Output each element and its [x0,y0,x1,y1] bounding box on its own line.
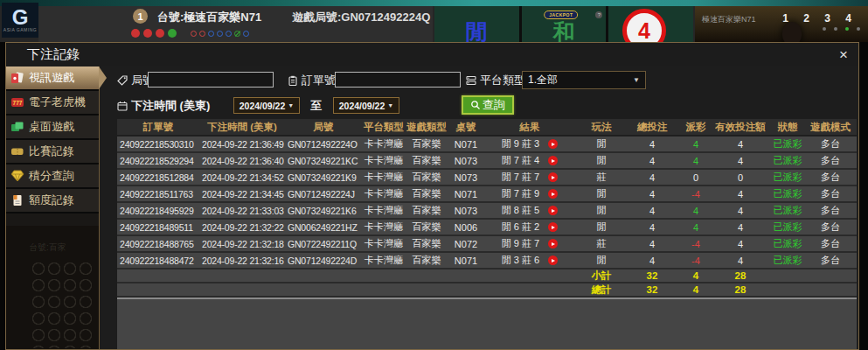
cell-status: 已派彩 [766,154,809,167]
replay-icon[interactable] [548,239,558,248]
sidebar-item-video-games[interactable]: 視訊遊戲 [6,66,99,91]
bead-banker-icon [143,29,152,38]
cell-result: 閒 7 莊 9 [484,187,575,200]
replay-icon[interactable] [548,256,558,265]
table-row: 2409222185292942024-09-22 21:36:40GN0732… [117,153,857,170]
ring-tie-icon [234,31,240,37]
cell-play: 閒 [575,187,628,200]
date-range-to-label: 至 [310,98,322,114]
cell-round: GN0712492224O [285,139,362,150]
platform-selected-value: 1.全部 [528,73,558,88]
sidebar-item-points-query[interactable]: 積分查詢 [6,164,99,189]
replay-icon[interactable] [548,156,558,165]
cell-play: 莊 [575,171,628,184]
replay-icon[interactable] [548,222,558,232]
table-name-label: 台號:極速百家樂N71 [157,10,261,25]
column-header: 結果 [484,121,575,134]
ring-icon [243,31,249,37]
date-to-picker[interactable]: 2024/09/22 ▼ [333,97,399,114]
sidebar-item-quota-records[interactable]: 額度記錄 [6,189,99,214]
roadmap-beads [131,29,177,38]
ticket-icon [10,145,24,158]
subtotal-row-total_bet: 32 [628,270,677,281]
order-filter-label: 訂單號 [288,73,336,88]
platform-type-select[interactable]: 1.全部 ▼ [522,71,646,89]
cell-total_bet: 4 [628,222,677,233]
date-from-value: 2024/09/22 [240,101,286,111]
cell-valid_bet: 4 [715,206,766,216]
cell-game_type: 百家樂 [406,220,448,234]
cell-round: GN0712492224J [285,189,362,200]
logo-subtitle: ASIA GAMING [3,27,37,32]
clipboard-icon [288,75,298,86]
bets-table: 訂單號下注時間 (美東)局號平台類型遊戲類型桌號結果玩法總投注派彩有效投注額狀態… [117,119,857,349]
cell-total_bet: 4 [628,172,677,183]
cell-total_bet: 4 [628,156,677,166]
cell-play: 莊 [575,237,628,250]
cell-result: 閒 3 莊 6 [484,254,575,267]
sidebar-item-table-games[interactable]: 桌面遊戲 [6,116,99,140]
cell-time: 2024-09-22 21:34:52 [199,172,285,183]
date-from-picker[interactable]: 2024/09/22 ▼ [233,97,300,114]
screen: G ASIA GAMING 1 台號:極速百家樂N71 遊戲局號:GN07124… [0,0,868,350]
cell-payout: -4 [677,256,715,266]
cell-table_no: N006 [448,222,484,233]
dealer-video-thumbnail[interactable]: 極速百家樂N71 1 2 3 4 [695,6,868,42]
column-header: 遊戲類型 [406,121,448,134]
chevron-down-icon: ▼ [387,102,393,108]
cell-table_no: N073 [448,156,484,166]
cell-table_no: N071 [448,189,484,200]
table-index-badge: 1 [133,9,148,24]
replay-icon[interactable] [548,189,558,199]
sidebar-item-label: 視訊遊戲 [29,70,74,86]
table-row: 2409222184959292024-09-22 21:33:03GN0732… [117,203,857,220]
sidebar-item-label: 桌面遊戲 [29,119,74,135]
search-button[interactable]: 查詢 [462,95,514,115]
sidebar-item-label: 額度記錄 [29,192,74,208]
records-sidebar: 視訊遊戲 777 電子老虎機 桌面遊戲 [6,66,100,349]
sidebar-item-match-records[interactable]: 比賽記錄 [6,140,99,164]
bet-zone-tie[interactable]: JACKPOT ? 和 [522,6,607,42]
cell-status: 已派彩 [766,204,809,217]
logo-letter: G [12,8,29,27]
cell-total_bet: 4 [628,139,677,150]
sidebar-item-slots[interactable]: 777 電子老虎機 [6,91,99,116]
cell-platform: 卡卡灣廳 [362,154,406,167]
cell-result: 閒 9 莊 7 [484,237,575,250]
order-number-input[interactable] [335,72,461,88]
cell-play: 閒 [575,204,628,217]
cell-order: 240922218530310 [117,139,199,150]
replay-icon[interactable] [548,172,558,182]
cell-result: 閒 7 莊 7 [484,171,575,184]
cell-time: 2024-09-22 21:33:03 [199,206,285,216]
table-row: 2409222184895112024-09-22 21:32:22GN0062… [117,220,857,236]
document-icon [10,194,24,206]
round-number-input[interactable] [148,72,274,88]
cell-order: 240922218495929 [117,206,199,216]
cell-total_bet: 4 [628,189,677,200]
table-row: 2409222184884722024-09-22 21:32:16GN0712… [117,253,857,270]
bet-zone-player[interactable]: 閒 [434,6,519,42]
cell-result: 閒 9 莊 3 [484,137,575,150]
cell-round: GN006249221HZ [285,222,362,233]
grand-total-row-play: 總計 [575,284,628,297]
help-icon[interactable]: ? [595,11,602,18]
replay-icon[interactable] [548,139,558,149]
cell-game_type: 百家樂 [406,237,448,250]
column-header: 有效投注額 [715,121,766,134]
cell-time: 2024-09-22 21:32:16 [199,256,285,266]
cell-order: 240922218489511 [117,222,199,233]
cell-order: 240922218488472 [117,256,199,266]
result-text: 閒 3 莊 6 [502,254,539,267]
sidebar-item-label: 比賽記錄 [29,144,74,159]
cell-order: 240922218529294 [117,156,199,166]
date-to-value: 2024/09/22 [339,101,385,111]
dealer-silhouette [782,22,802,42]
cell-status: 已派彩 [766,254,809,267]
ghost-roadmap [31,261,92,348]
cell-mode: 多台 [809,254,851,267]
table-body: 2409222185303102024-09-22 21:36:49GN0712… [117,136,857,299]
replay-icon[interactable] [548,206,558,215]
close-icon[interactable]: × [839,46,848,64]
cell-round: GN0712492224D [285,256,362,266]
